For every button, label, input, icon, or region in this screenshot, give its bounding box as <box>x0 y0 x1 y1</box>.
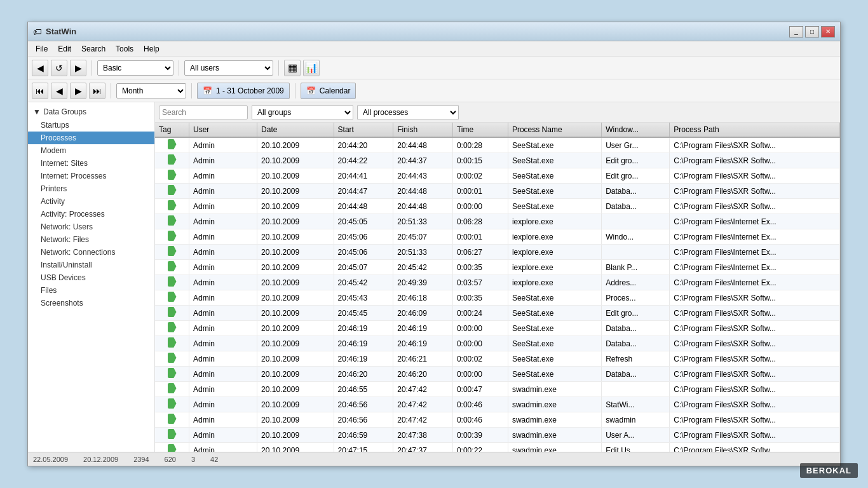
basic-select[interactable]: Basic <box>97 60 173 76</box>
table-row[interactable]: Admin 20.10.2009 20:46:56 20:47:42 0:00:… <box>155 412 840 428</box>
search-input[interactable] <box>159 105 248 119</box>
app-icon: 🏷 <box>33 27 42 37</box>
forward-button[interactable]: ▶ <box>70 60 86 76</box>
menu-edit[interactable]: Edit <box>53 43 76 55</box>
col-header-time[interactable]: Time <box>452 123 508 137</box>
status-val3: 42 <box>210 456 218 463</box>
sidebar-item-startups[interactable]: Startups <box>28 119 154 132</box>
cell-user: Admin <box>189 443 257 452</box>
refresh-button[interactable]: ↺ <box>51 60 67 76</box>
calendar-button[interactable]: 📅 Calendar <box>301 83 356 99</box>
table-row[interactable]: Admin 20.10.2009 20:45:06 20:45:07 0:00:… <box>155 229 840 245</box>
status-val2: 3 <box>191 456 195 463</box>
menu-file[interactable]: File <box>31 43 53 55</box>
cell-window: Databa... <box>602 336 670 351</box>
prev-button[interactable]: ◀ <box>51 83 67 99</box>
table-row[interactable]: Admin 20.10.2009 20:46:19 20:46:19 0:00:… <box>155 336 840 351</box>
table-row[interactable]: Admin 20.10.2009 20:44:47 20:44:48 0:00:… <box>155 184 840 199</box>
data-table-container: Tag User Date Start Finish Time Process … <box>155 123 840 452</box>
chart-view-button[interactable]: 📊 <box>303 60 320 76</box>
sidebar-item-network-users[interactable]: Network: Users <box>28 220 154 233</box>
table-row[interactable]: Admin 20.10.2009 20:45:06 20:51:33 0:06:… <box>155 245 840 260</box>
cell-user: Admin <box>189 397 257 412</box>
col-header-window[interactable]: Window... <box>602 123 670 137</box>
sidebar-item-internet-sites[interactable]: Internet: Sites <box>28 157 154 170</box>
processes-filter-select[interactable]: All processes <box>357 105 459 119</box>
cell-window: Windo... <box>602 229 670 245</box>
table-row[interactable]: Admin 20.10.2009 20:46:20 20:46:20 0:00:… <box>155 367 840 382</box>
cell-start: 20:47:15 <box>334 443 393 452</box>
sidebar-item-activity[interactable]: Activity <box>28 195 154 208</box>
cell-window: StatWi... <box>602 397 670 412</box>
table-view-button[interactable]: ▦ <box>284 60 301 76</box>
cell-start: 20:46:56 <box>334 397 393 412</box>
menu-tools[interactable]: Tools <box>111 43 139 55</box>
date-range-button[interactable]: 📅 1 - 31 October 2009 <box>197 83 290 99</box>
table-row[interactable]: Admin 20.10.2009 20:45:05 20:51:33 0:06:… <box>155 214 840 229</box>
table-row[interactable]: Admin 20.10.2009 20:47:15 20:47:37 0:00:… <box>155 443 840 452</box>
groups-filter-select[interactable]: All groups <box>252 105 353 119</box>
table-row[interactable]: Admin 20.10.2009 20:44:20 20:44:48 0:00:… <box>155 137 840 153</box>
cell-start: 20:46:19 <box>334 351 393 367</box>
next-button[interactable]: ▶ <box>70 83 86 99</box>
green-tag-icon <box>168 261 177 271</box>
sidebar-item-printers[interactable]: Printers <box>28 182 154 195</box>
first-button[interactable]: ⏮ <box>32 83 48 99</box>
cell-date: 20.10.2009 <box>257 321 334 336</box>
cell-window: Proces... <box>602 290 670 306</box>
sidebar-item-modem[interactable]: Modem <box>28 144 154 157</box>
cell-time: 0:00:00 <box>452 367 508 382</box>
col-header-process-path[interactable]: Process Path <box>670 123 840 137</box>
col-header-tag[interactable]: Tag <box>155 123 189 137</box>
cell-process-path: C:\Program Files\SXR Softw... <box>670 397 840 412</box>
last-button[interactable]: ⏭ <box>89 83 105 99</box>
sidebar-item-processes[interactable]: Processes <box>28 132 154 144</box>
table-row[interactable]: Admin 20.10.2009 20:46:59 20:47:38 0:00:… <box>155 428 840 443</box>
table-row[interactable]: Admin 20.10.2009 20:46:19 20:46:21 0:00:… <box>155 351 840 367</box>
table-row[interactable]: Admin 20.10.2009 20:45:45 20:46:09 0:00:… <box>155 306 840 321</box>
cell-window: Databa... <box>602 199 670 214</box>
col-header-user[interactable]: User <box>189 123 257 137</box>
cell-process-name: swadmin.exe <box>508 397 601 412</box>
cell-date: 20.10.2009 <box>257 168 334 184</box>
back-button[interactable]: ◀ <box>32 60 48 76</box>
table-row[interactable]: Admin 20.10.2009 20:46:56 20:47:42 0:00:… <box>155 397 840 412</box>
table-row[interactable]: Admin 20.10.2009 20:44:41 20:44:43 0:00:… <box>155 168 840 184</box>
col-header-start[interactable]: Start <box>334 123 393 137</box>
menu-help[interactable]: Help <box>139 43 165 55</box>
users-select[interactable]: All users <box>184 60 273 76</box>
table-row[interactable]: Admin 20.10.2009 20:46:55 20:47:42 0:00:… <box>155 382 840 397</box>
sidebar-item-network-files[interactable]: Network: Files <box>28 233 154 246</box>
status-total: 2394 <box>133 456 149 463</box>
cell-finish: 20:45:42 <box>393 260 453 275</box>
close-button[interactable]: ✕ <box>821 26 835 37</box>
col-header-date[interactable]: Date <box>257 123 334 137</box>
sidebar-item-internet-processes[interactable]: Internet: Processes <box>28 170 154 182</box>
cell-time: 0:00:00 <box>452 336 508 351</box>
menu-search[interactable]: Search <box>76 43 111 55</box>
col-header-process-name[interactable]: Process Name <box>508 123 601 137</box>
col-header-finish[interactable]: Finish <box>393 123 453 137</box>
maximize-button[interactable]: □ <box>805 26 819 37</box>
table-row[interactable]: Admin 20.10.2009 20:45:43 20:46:18 0:00:… <box>155 290 840 306</box>
sidebar-item-screenshots[interactable]: Screenshots <box>28 297 154 309</box>
table-row[interactable]: Admin 20.10.2009 20:46:19 20:46:19 0:00:… <box>155 321 840 336</box>
cell-time: 0:00:47 <box>452 382 508 397</box>
cell-user: Admin <box>189 321 257 336</box>
sidebar-item-files[interactable]: Files <box>28 284 154 297</box>
period-select[interactable]: Month <box>116 83 186 98</box>
cell-process-name: SeeStat.exe <box>508 290 601 306</box>
table-row[interactable]: Admin 20.10.2009 20:44:22 20:44:37 0:00:… <box>155 153 840 168</box>
table-row[interactable]: Admin 20.10.2009 20:45:42 20:49:39 0:03:… <box>155 275 840 290</box>
sidebar-item-activity-processes[interactable]: Activity: Processes <box>28 208 154 220</box>
data-groups-label: Data Groups <box>43 107 86 116</box>
cell-time: 0:00:35 <box>452 260 508 275</box>
table-row[interactable]: Admin 20.10.2009 20:44:48 20:44:48 0:00:… <box>155 199 840 214</box>
cell-date: 20.10.2009 <box>257 367 334 382</box>
cell-user: Admin <box>189 245 257 260</box>
sidebar-item-network-connections[interactable]: Network: Connections <box>28 246 154 259</box>
minimize-button[interactable]: _ <box>789 26 803 37</box>
sidebar-item-usb-devices[interactable]: USB Devices <box>28 271 154 284</box>
sidebar-item-install-uninstall[interactable]: Install/Uninstall <box>28 259 154 271</box>
table-row[interactable]: Admin 20.10.2009 20:45:07 20:45:42 0:00:… <box>155 260 840 275</box>
